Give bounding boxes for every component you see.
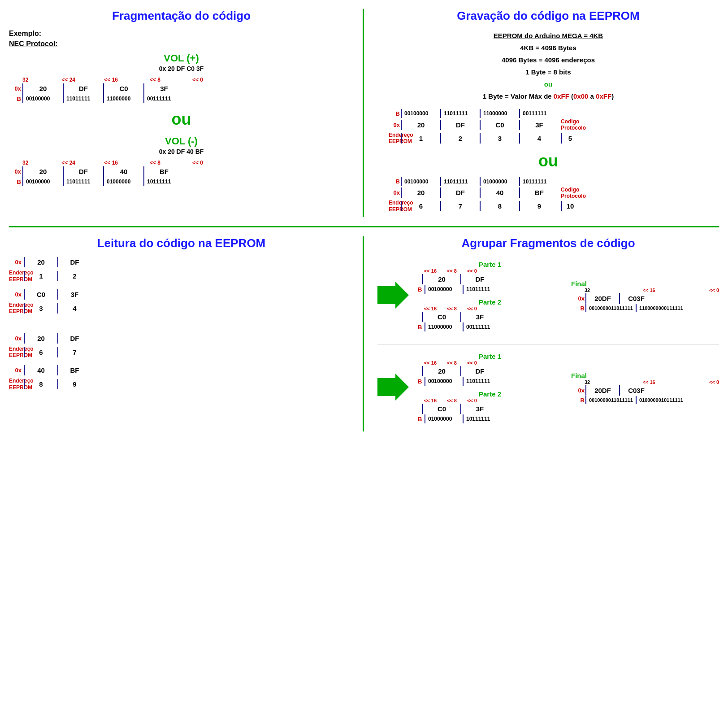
hex-val-1-4: 3F — [143, 83, 184, 94]
parte-2-group-2: Parte 2 << 16 << 8 << 0 C0 3F B 01000000 — [416, 390, 564, 423]
vol-plus-hex: 0x 20 DF C0 3F — [9, 65, 354, 72]
parts-group-1: Parte 1 << 16 << 8 << 0 20 DF B 00100000 — [416, 257, 564, 335]
arrow-2 — [377, 374, 409, 402]
final-group-2: Final 32 << 16 << 0 0x 20DF C03F B 00100… — [571, 372, 719, 404]
right-top-panel: Gravação do código na EEPROM EEPROM do A… — [364, 9, 719, 217]
hex-val-2-4: BF — [143, 166, 184, 177]
binary-diagram-1: 32 << 24 << 16 << 8 << 0 0x 20 DF C0 3F … — [9, 77, 354, 103]
final-1-title: Final — [571, 280, 719, 287]
title-leitura: Leitura do código na EEPROM — [9, 236, 354, 250]
parte-2-title: Parte 2 — [416, 298, 564, 306]
ou-right: ou — [377, 152, 719, 170]
eeprom-ou: ou — [377, 78, 719, 90]
bin-val-2-1: 00100000 — [22, 177, 63, 186]
example-label: Exemplo: — [9, 30, 354, 38]
eeprom-line2: 4KB = 4096 Bytes — [377, 42, 719, 54]
binary-diagram-2: 32 << 24 << 16 << 8 << 0 0x 20 DF 40 BF … — [9, 160, 354, 186]
final-2-title: Final — [571, 372, 719, 379]
bin-val-1-2: 11011111 — [63, 94, 103, 103]
left-top-panel: Fragmentação do código Exemplo: NEC Prot… — [9, 9, 364, 217]
title-agrupar: Agrupar Fragmentos de código — [377, 236, 719, 250]
parte-2-group-1: Parte 2 << 16 << 8 << 0 C0 3F B 11000000 — [416, 298, 564, 331]
bottom-section: Leitura do código na EEPROM 0x 20 DF End… — [9, 236, 719, 431]
bottom-left-panel: Leitura do código na EEPROM 0x 20 DF End… — [9, 236, 364, 431]
eeprom-table-2: B 00100000 11011111 01000000 10111111 0x… — [377, 177, 719, 213]
bin-val-2-3: 01000000 — [103, 177, 143, 186]
eeprom-line4: 1 Byte = 8 bits — [377, 66, 719, 78]
eeprom-table-1: B 00100000 11011111 11000000 00111111 0x… — [377, 109, 719, 145]
title-fragmentacao: Fragmentação do código — [9, 9, 354, 23]
bin-val-1-4: 00111111 — [143, 94, 184, 103]
eeprom-line1: EEPROM do Arduino MEGA = 4KB — [494, 32, 603, 39]
parte-1-group-1: Parte 1 << 16 << 8 << 0 20 DF B 00100000 — [416, 261, 564, 294]
hex-val-1-3: C0 — [103, 83, 143, 94]
vol-plus-label: VOL (+) — [9, 52, 354, 64]
bin-val-1-1: 00100000 — [22, 94, 63, 103]
title-gravacao: Gravação do código na EEPROM — [377, 9, 719, 23]
agrupar-group-1: Parte 1 << 16 << 8 << 0 20 DF B 00100000 — [377, 257, 719, 335]
parts-group-2: Parte 1 << 16 << 8 << 0 20 DF B 00100000 — [416, 349, 564, 427]
ou-1: ou — [9, 110, 354, 129]
hex-val-1-2: DF — [63, 83, 103, 94]
eeprom-line3: 4096 Bytes = 4096 endereços — [377, 54, 719, 66]
bin-val-1-3: 11000000 — [103, 94, 143, 103]
reading-group-2: 0x 20 DF EndereçoEEPROM 6 7 0x 40 BF End… — [9, 333, 354, 391]
hex-val-2-3: 40 — [103, 166, 143, 177]
eeprom-info: EEPROM do Arduino MEGA = 4KB 4KB = 4096 … — [377, 30, 719, 102]
eeprom-line5: 1 Byte = Valor Máx de 0xFF (0x00 a 0xFF) — [377, 90, 719, 102]
bin-val-2-2: 11011111 — [63, 177, 103, 186]
parte-2-g2-title: Parte 2 — [416, 390, 564, 398]
bottom-right-panel: Agrupar Fragmentos de código Parte 1 << … — [364, 236, 719, 431]
svg-marker-1 — [377, 374, 409, 401]
vol-minus-hex: 0x 20 DF 40 BF — [9, 148, 354, 155]
reading-group-1: 0x 20 DF EndereçoEEPROM 1 2 0x C0 3F End… — [9, 257, 354, 315]
vol-minus-label: VOL (-) — [9, 135, 354, 147]
parte-1-title: Parte 1 — [416, 261, 564, 268]
arrow-1 — [377, 282, 409, 310]
agrupar-group-2: Parte 1 << 16 << 8 << 0 20 DF B 00100000 — [377, 349, 719, 427]
parte-1-group-2: Parte 1 << 16 << 8 << 0 20 DF B 00100000 — [416, 353, 564, 386]
bin-val-2-4: 10111111 — [143, 177, 184, 186]
hex-val-2-2: DF — [63, 166, 103, 177]
hex-val-2-1: 20 — [22, 166, 63, 177]
parte-1-g2-title: Parte 1 — [416, 353, 564, 360]
final-group-1: Final 32 << 16 << 0 0x 20DF C03F B — [571, 280, 719, 312]
hex-val-1-1: 20 — [22, 83, 63, 94]
svg-marker-0 — [377, 282, 409, 309]
protocol-label: NEC Protocol: — [9, 40, 354, 48]
top-section: Fragmentação do código Exemplo: NEC Prot… — [9, 9, 719, 227]
